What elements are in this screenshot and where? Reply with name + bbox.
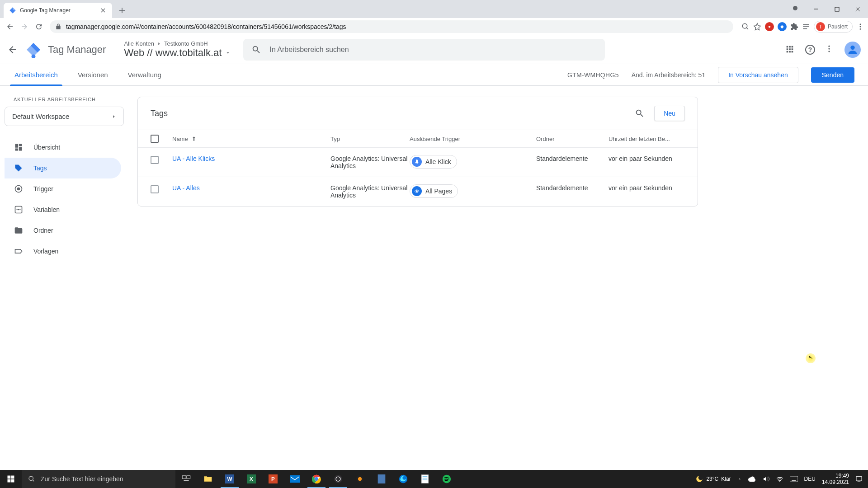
close-icon[interactable] (99, 7, 107, 14)
more-icon[interactable] (825, 44, 835, 55)
column-type[interactable]: Typ (330, 136, 410, 142)
breadcrumb-accounts[interactable]: Alle Konten (124, 40, 154, 47)
svg-point-36 (334, 475, 342, 483)
sidebar-item-templates[interactable]: Vorlagen (5, 241, 121, 262)
maximize-button[interactable] (826, 2, 847, 16)
star-icon[interactable] (753, 23, 761, 31)
chrome-menu-icon[interactable] (856, 23, 864, 31)
browser-tab[interactable]: Google Tag Manager (4, 3, 112, 18)
sidebar-item-folders[interactable]: Ordner (5, 220, 121, 241)
tag-link[interactable]: UA - Alles (172, 184, 200, 192)
tab-versions[interactable]: Versionen (77, 64, 109, 85)
new-button[interactable]: Neu (654, 106, 685, 121)
trigger-chip[interactable]: All Pages (410, 184, 458, 198)
row-checkbox[interactable] (151, 156, 159, 164)
taskbar-app-icon-2[interactable] (371, 470, 392, 488)
table-row[interactable]: UA - Alles Google Analytics: Universal A… (138, 177, 698, 206)
reading-list-icon[interactable] (802, 23, 810, 31)
apps-icon[interactable] (785, 44, 796, 55)
tab-workspace[interactable]: Arbeitsbereich (14, 64, 59, 85)
trigger-label: Alle Klick (425, 158, 451, 165)
changes-count[interactable]: Änd. im Arbeitsbereich: 51 (632, 71, 705, 79)
variable-icon (14, 205, 24, 215)
taskbar-search[interactable]: Zur Suche Text hier eingeben (22, 470, 175, 488)
extensions-icon[interactable] (790, 23, 798, 31)
svg-rect-25 (187, 476, 190, 479)
profile-avatar: T (816, 22, 825, 31)
task-view-icon[interactable] (175, 470, 197, 488)
column-updated[interactable]: Uhrzeit der letzten Be... (609, 136, 685, 142)
taskbar-obs-icon[interactable] (327, 470, 349, 488)
taskbar-spotify-icon[interactable] (436, 470, 458, 488)
start-button[interactable] (0, 470, 22, 488)
user-avatar[interactable] (844, 42, 861, 58)
extension-icon-1[interactable]: ● (765, 22, 774, 31)
search-input[interactable]: In Arbeitsbereich suchen (243, 39, 605, 61)
chrome-account-indicator[interactable] (793, 6, 797, 10)
row-checkbox[interactable] (151, 185, 159, 193)
taskbar-word-icon[interactable]: W (219, 470, 241, 488)
help-icon[interactable]: ? (805, 44, 816, 55)
container-selector[interactable]: Web // www.tobitalk.at (124, 47, 231, 59)
container-id[interactable]: GTM-WMHQHG5 (567, 71, 619, 79)
svg-point-1 (742, 23, 747, 28)
tag-folder: Standardelemente (536, 184, 609, 192)
taskbar-edge-icon[interactable] (392, 470, 414, 488)
tag-type: Google Analytics: Universal Analytics (330, 184, 410, 199)
reload-button[interactable] (33, 20, 45, 33)
sidebar-item-tags[interactable]: Tags (5, 158, 121, 178)
taskbar-explorer-icon[interactable] (197, 470, 219, 488)
tray-onedrive-icon[interactable] (748, 476, 756, 482)
zoom-icon[interactable] (741, 23, 750, 31)
column-folder[interactable]: Ordner (536, 136, 609, 142)
sidebar-item-label: Tags (33, 164, 47, 172)
taskbar-mail-icon[interactable] (284, 470, 306, 488)
sidebar-item-variables[interactable]: Variablen (5, 199, 121, 220)
extension-icon-2[interactable]: ◆ (778, 22, 787, 31)
chevron-right-icon (112, 113, 116, 120)
svg-rect-33 (290, 475, 300, 483)
table-row[interactable]: UA - Alle Klicks Google Analytics: Unive… (138, 147, 698, 177)
taskbar-chrome-icon[interactable] (306, 470, 327, 488)
submit-button[interactable]: Senden (811, 67, 854, 83)
forward-button[interactable] (18, 20, 31, 33)
profile-chip[interactable]: T Pausiert (814, 21, 853, 33)
svg-point-9 (828, 48, 830, 49)
tray-keyboard-icon[interactable] (790, 476, 798, 482)
workspace-selector[interactable]: Default Workspace (5, 107, 124, 126)
taskbar-notepad-icon[interactable] (414, 470, 436, 488)
breadcrumb-account[interactable]: Testkonto GmbH (164, 40, 208, 47)
column-name[interactable]: Name (172, 136, 330, 142)
sidebar-item-overview[interactable]: Übersicht (5, 137, 121, 158)
select-all-checkbox[interactable] (151, 135, 159, 143)
tray-volume-icon[interactable] (763, 476, 770, 482)
taskbar-powerpoint-icon[interactable]: P (262, 470, 284, 488)
weather-widget[interactable]: 23°C Klar (695, 475, 731, 483)
svg-point-2 (860, 23, 861, 25)
tray-chevron-icon[interactable] (737, 477, 742, 481)
close-window-button[interactable] (847, 2, 868, 16)
card-search-button[interactable] (631, 104, 649, 122)
sidebar-item-trigger[interactable]: Trigger (5, 178, 121, 199)
trigger-chip[interactable]: Alle Klick (410, 155, 457, 169)
taskbar-app-icon[interactable] (349, 470, 371, 488)
tray-language[interactable]: DEU (804, 476, 816, 482)
tag-link[interactable]: UA - Alle Klicks (172, 155, 215, 162)
taskbar-excel-icon[interactable]: X (241, 470, 262, 488)
workspace-name: Default Workspace (12, 113, 69, 120)
tray-clock[interactable]: 19:49 14.09.2021 (822, 473, 849, 486)
minimize-button[interactable] (806, 2, 826, 16)
app-back-button[interactable] (7, 44, 18, 55)
target-icon (14, 184, 24, 194)
tray-wifi-icon[interactable] (776, 476, 783, 482)
template-icon (14, 246, 24, 256)
column-trigger[interactable]: Auslösende Trigger (410, 136, 536, 142)
preview-button[interactable]: In Vorschau ansehen (718, 67, 798, 83)
address-bar[interactable]: tagmanager.google.com/#/container/accoun… (50, 20, 733, 33)
tray-notifications-icon[interactable] (855, 475, 863, 483)
back-button[interactable] (4, 20, 16, 33)
table-header: Name Typ Auslösende Trigger Ordner Uhrze… (138, 130, 698, 147)
tab-admin[interactable]: Verwaltung (127, 64, 162, 85)
taskbar-search-placeholder: Zur Suche Text hier eingeben (41, 475, 123, 483)
new-tab-button[interactable] (116, 4, 128, 17)
